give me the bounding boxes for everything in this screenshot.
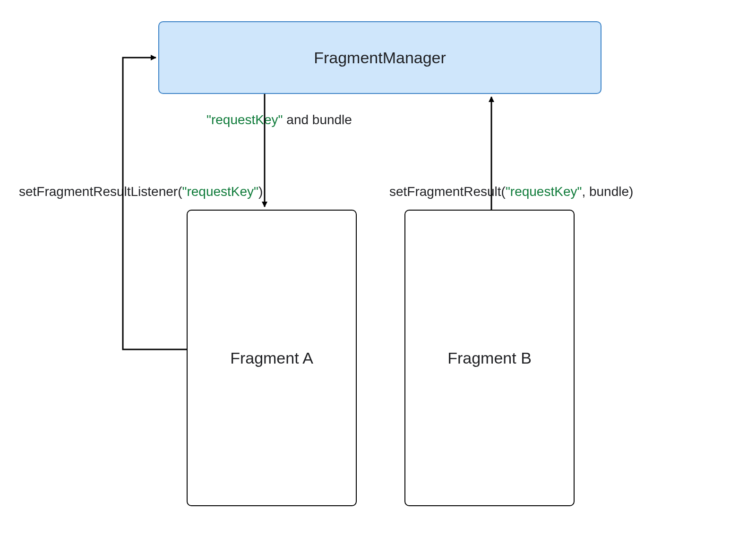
fragment-b-box: Fragment B <box>404 210 575 506</box>
result-prefix: setFragmentResult( <box>389 184 506 199</box>
listener-suffix: ) <box>258 184 263 199</box>
result-label: setFragmentResult("requestKey", bundle) <box>389 184 633 199</box>
listener-label: setFragmentResultListener("requestKey") <box>19 184 263 199</box>
bundle-rest: and bundle <box>283 112 352 127</box>
listener-key: "requestKey" <box>182 184 258 199</box>
fragment-b-title: Fragment B <box>447 349 532 367</box>
result-key: "requestKey" <box>506 184 582 199</box>
bundle-label: "requestKey" and bundle <box>206 112 352 127</box>
fragment-manager-title: FragmentManager <box>314 49 446 67</box>
listener-prefix: setFragmentResultListener( <box>19 184 182 199</box>
bundle-key: "requestKey" <box>206 112 283 127</box>
fragment-a-box: Fragment A <box>187 210 357 506</box>
arrow-listener <box>123 58 187 349</box>
fragment-a-title: Fragment A <box>230 349 313 367</box>
result-suffix: , bundle) <box>582 184 633 199</box>
fragment-manager-box: FragmentManager <box>158 21 601 94</box>
